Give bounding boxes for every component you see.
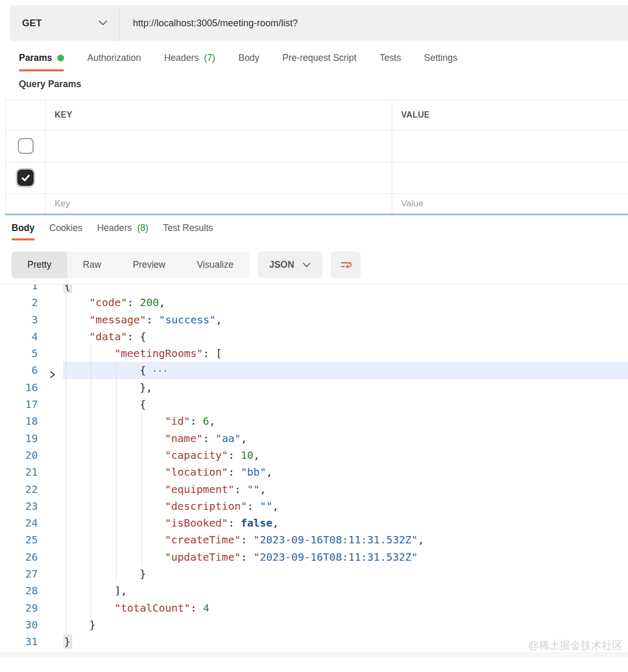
token-pun: , [418, 533, 424, 546]
token-key: "isBooked" [165, 517, 228, 529]
indent-guide [66, 379, 66, 396]
line-number: 30 [0, 616, 45, 633]
chevron-down-icon [302, 260, 311, 270]
view-mode-pretty[interactable]: Pretty [12, 251, 67, 278]
response-tab-test-results[interactable]: Test Results [163, 223, 213, 240]
param-key-cell[interactable] [46, 162, 392, 193]
token-hl: { [62, 284, 72, 292]
fold-gutter [45, 464, 63, 480]
indent-guide [116, 498, 117, 514]
code-line-17: 17{ [0, 396, 628, 413]
indent-guide [116, 430, 117, 447]
tab-authorization[interactable]: Authorization [87, 52, 141, 71]
param-checkbox-unchecked[interactable] [18, 138, 34, 154]
code-line-20: 20"capacity": 10, [0, 447, 628, 464]
param-value-cell[interactable] [392, 130, 628, 162]
line-number: 21 [0, 464, 45, 480]
fold-gutter [45, 413, 63, 429]
response-tab-headers[interactable]: Headers(8) [97, 223, 149, 240]
indent-guide [116, 464, 117, 480]
wrap-text-icon [339, 258, 353, 272]
view-mode-raw[interactable]: Raw [67, 251, 117, 278]
indent-guide [91, 531, 91, 548]
response-tab-body[interactable]: Body [12, 223, 35, 240]
response-tab-cookies[interactable]: Cookies [49, 223, 82, 240]
param-row [6, 162, 628, 194]
response-tabs: BodyCookiesHeaders(8)Test Results [12, 223, 628, 240]
tab-headers[interactable]: Headers(7) [164, 52, 215, 71]
param-checkbox-checked[interactable] [17, 170, 34, 186]
token-str: "" [260, 500, 273, 512]
code-line-22: 22"equipment": "", [0, 481, 628, 498]
tab-label: Test Results [163, 223, 213, 234]
fold-gutter [45, 616, 63, 633]
indent-guide [91, 582, 91, 599]
viewer-bottom-strip [0, 652, 628, 657]
token-pun: , [159, 296, 165, 309]
token-key: "code" [89, 296, 127, 309]
indent-guide [91, 430, 91, 447]
method-label: GET [22, 18, 42, 29]
tab-label: Params [19, 52, 52, 64]
code-line-content: "description": "", [63, 498, 628, 514]
tab-pre-request-script[interactable]: Pre-request Script [282, 52, 357, 71]
tab-body[interactable]: Body [238, 52, 259, 71]
tab-params[interactable]: Params [19, 52, 64, 71]
code-line-27: 27} [0, 565, 628, 582]
indent-guide [91, 481, 91, 498]
params-select-all-cell [6, 100, 46, 130]
fold-gutter [45, 294, 63, 311]
chevron-down-icon [98, 18, 108, 28]
indent-guide [66, 498, 66, 514]
indent-guide [91, 549, 91, 565]
view-mode-preview[interactable]: Preview [117, 251, 181, 278]
json-code-block: 1{2"code": 200,3"message": "success",4"d… [0, 284, 628, 650]
params-active-dot-icon [57, 55, 64, 61]
fold-gutter [45, 514, 63, 531]
code-line-content: } [63, 565, 628, 582]
indent-guide [116, 531, 117, 548]
token-dots: ··· [152, 366, 168, 376]
url-input[interactable]: http://localhost:3005/meeting-room/list? [120, 5, 628, 41]
url-control: GET http://localhost:3005/meeting-room/l… [9, 5, 628, 41]
tab-label: Cookies [49, 223, 82, 234]
indent-guide [141, 464, 142, 480]
key-input[interactable]: Key [55, 198, 70, 209]
format-select[interactable]: JSON [258, 251, 323, 278]
pane-resize-divider[interactable] [5, 214, 628, 215]
token-pun: : [228, 466, 240, 478]
indent-guide [116, 514, 117, 531]
fold-gutter [45, 447, 63, 464]
token-pun: }, [140, 381, 152, 394]
line-number: 27 [0, 565, 45, 582]
code-line-content: "isBooked": false, [63, 514, 628, 531]
token-num: 200 [140, 296, 159, 309]
indent-guide [116, 565, 117, 582]
indent-guide [66, 294, 66, 311]
indent-guide [66, 396, 66, 413]
code-line-5: 5"meetingRooms": [ [0, 345, 628, 362]
tab-tests[interactable]: Tests [380, 52, 401, 71]
token-pun: ], [114, 584, 127, 597]
token-pun: { [140, 330, 146, 343]
token-pun: , [273, 500, 279, 512]
param-key-cell[interactable] [46, 130, 392, 162]
token-num: 4 [203, 602, 210, 614]
fold-gutter [45, 498, 63, 514]
indent-guide [116, 549, 117, 565]
code-line-content: "capacity": 10, [63, 447, 628, 464]
fold-gutter [45, 633, 63, 650]
code-line-4: 4"data": { [0, 328, 628, 345]
code-line-content: { ··· [63, 362, 628, 379]
token-pun: : [241, 551, 254, 563]
tab-label: Authorization [87, 52, 141, 64]
view-mode-visualize[interactable]: Visualize [181, 251, 249, 278]
value-input[interactable]: Value [401, 198, 423, 209]
tab-settings[interactable]: Settings [424, 52, 457, 71]
indent-guide [66, 549, 66, 565]
line-number: 28 [0, 582, 45, 599]
param-row [6, 130, 628, 162]
wrap-text-button[interactable] [331, 251, 361, 278]
method-select[interactable]: GET [9, 5, 120, 41]
param-value-cell[interactable] [392, 162, 628, 193]
